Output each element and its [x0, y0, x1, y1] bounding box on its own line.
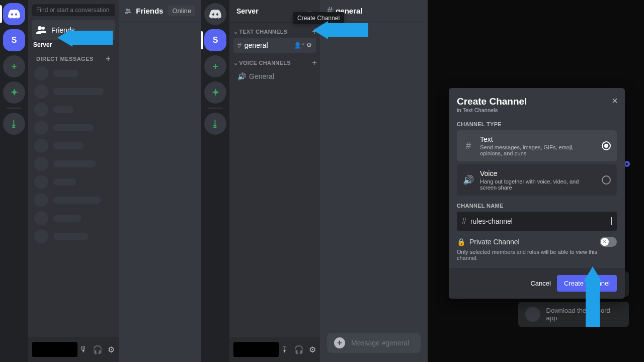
message-placeholder: Message #general	[351, 339, 409, 347]
speaker-icon: 🔊	[237, 72, 246, 80]
download-button[interactable]: ⭳	[3, 113, 25, 135]
modal-subtitle: in Text Channels	[457, 107, 617, 113]
private-description: Only selected members and roles will be …	[457, 249, 617, 261]
channel-type-label: CHANNEL TYPE	[449, 117, 625, 130]
download-icon	[525, 307, 540, 322]
private-channel-row: 🔒 Private Channel	[457, 237, 617, 247]
channel-name-input-wrapper: #	[457, 212, 617, 231]
gear-icon[interactable]: ⚙	[306, 42, 312, 49]
user-panel: 🎙︎ 🎧 ⚙	[28, 337, 119, 362]
add-server-button[interactable]: +	[204, 55, 226, 77]
mute-icon[interactable]: 🎙︎	[79, 345, 88, 354]
deafen-icon[interactable]: 🎧	[294, 345, 304, 354]
server-initial: S	[12, 36, 17, 45]
add-attachment-button[interactable]: +	[334, 337, 345, 348]
suggestion-download[interactable]: Download the Discord app	[518, 302, 629, 327]
radio-voice-channel[interactable]: 🔊 Voice Hang out together with voice, vi…	[457, 164, 617, 196]
create-voice-channel-button[interactable]: +	[312, 58, 317, 67]
voice-channels-header[interactable]: ⌄ VOICE CHANNELS +	[229, 53, 320, 68]
user-avatar[interactable]	[32, 342, 77, 357]
modal-title: Create Channel	[457, 96, 617, 107]
lock-icon: 🔒	[457, 238, 465, 246]
plus-icon: +	[12, 61, 17, 72]
explore-button[interactable]: ✦	[204, 81, 226, 104]
speaker-icon: 🔊	[463, 174, 474, 186]
server-label: Server	[33, 41, 52, 48]
user-panel: 🎙︎ 🎧 ⚙	[229, 337, 320, 362]
annotation-arrow-create-button	[584, 266, 602, 327]
settings-icon[interactable]: ⚙	[309, 345, 316, 354]
deafen-icon[interactable]: 🎧	[93, 345, 103, 354]
server-button[interactable]: S	[204, 29, 226, 51]
add-server-button[interactable]: +	[3, 55, 25, 77]
hash-icon: #	[237, 41, 242, 49]
settings-icon[interactable]: ⚙	[108, 345, 115, 354]
download-icon: ⭳	[10, 119, 19, 129]
online-tab[interactable]: Online	[168, 6, 195, 16]
discord-logo-icon	[8, 10, 20, 19]
discord-logo-icon	[209, 10, 221, 19]
friends-icon	[36, 26, 46, 34]
discord-home-button[interactable]	[3, 3, 25, 25]
close-icon[interactable]: ×	[612, 95, 618, 107]
discord-home-button[interactable]	[204, 3, 226, 25]
dm-search-input[interactable]: Find or start a conversation	[32, 4, 115, 16]
channel-name-input[interactable]	[470, 217, 607, 225]
radio-selected-icon	[602, 141, 611, 150]
server-name: Server	[236, 7, 259, 15]
hash-icon: #	[463, 141, 474, 151]
text-channel-general[interactable]: # general 👤⁺ ⚙	[233, 38, 316, 53]
voice-channel-general[interactable]: 🔊 General	[233, 69, 316, 84]
cancel-button[interactable]: Cancel	[530, 280, 550, 287]
invite-icon[interactable]: 👤⁺	[294, 42, 304, 49]
explore-button[interactable]: ✦	[3, 81, 25, 104]
radio-unselected-icon	[602, 175, 611, 185]
annotation-arrow-create-channel	[313, 21, 368, 39]
add-dm-button[interactable]: +	[106, 54, 111, 63]
text-channels-header[interactable]: ⌄ TEXT CHANNELS +	[229, 22, 320, 37]
friends-icon	[125, 7, 131, 16]
server-initial: S	[213, 36, 218, 45]
compass-icon: ✦	[212, 87, 219, 98]
channel-name-label: CHANNEL NAME	[449, 199, 625, 212]
download-icon: ⭳	[211, 119, 220, 129]
compass-icon: ✦	[11, 87, 18, 98]
user-avatar[interactable]	[233, 342, 279, 357]
friends-top-bar: Friends Online	[119, 0, 201, 22]
radio-text-channel[interactable]: # Text Send messages, images, GIFs, emoj…	[457, 130, 617, 161]
message-input[interactable]: + Message #general	[327, 333, 421, 353]
plus-icon: +	[213, 61, 218, 72]
annotation-arrow-server	[57, 29, 113, 47]
mute-icon[interactable]: 🎙︎	[281, 345, 289, 354]
hash-icon: #	[462, 217, 466, 226]
private-toggle[interactable]	[600, 237, 617, 247]
friends-title: Friends	[136, 7, 163, 15]
server-button[interactable]: S	[3, 29, 25, 51]
dm-section-header: DIRECT MESSAGES +	[28, 49, 119, 64]
download-button[interactable]: ⭳	[204, 113, 226, 135]
